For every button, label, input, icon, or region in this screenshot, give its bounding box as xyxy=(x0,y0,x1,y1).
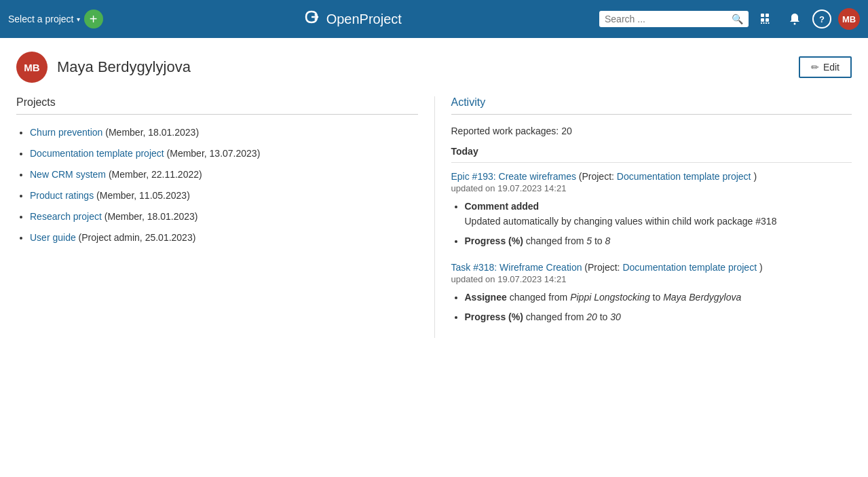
grid-menu-button[interactable] xyxy=(755,8,777,30)
to-label-3: to xyxy=(600,311,611,322)
list-item: New CRM system (Member, 22.11.2022) xyxy=(30,168,418,182)
activity-item-2: Task #318: Wireframe Creation (Project: … xyxy=(451,262,852,324)
activity-detail-text: Updated automatically by changing values… xyxy=(465,216,777,227)
to-label-2: to xyxy=(653,292,664,303)
activity-detail-label: Comment added xyxy=(465,201,540,212)
assignee-from: Pippi Longstocking xyxy=(570,292,650,303)
header-left: Select a project ▾ + xyxy=(8,9,103,28)
activity-close-paren-2: ) xyxy=(759,262,763,273)
project-link-crm[interactable]: New CRM system xyxy=(30,169,106,180)
list-item: Churn prevention (Member, 18.01.2023) xyxy=(30,126,418,140)
svg-rect-4 xyxy=(761,22,762,24)
header-center: OpenProject xyxy=(109,9,595,29)
assignee-label: Assignee xyxy=(465,292,507,303)
edit-label: Edit xyxy=(823,62,839,73)
activity-link-epic193[interactable]: Epic #193: Create wireframes xyxy=(451,171,576,182)
search-box: 🔍 xyxy=(599,11,749,27)
project-link-ratings[interactable]: Product ratings xyxy=(30,190,94,201)
add-project-button[interactable]: + xyxy=(84,9,103,28)
progress-label: Progress (%) xyxy=(465,235,523,246)
project-link-userguide[interactable]: User guide xyxy=(30,232,76,243)
today-label: Today xyxy=(451,146,852,157)
svg-rect-5 xyxy=(763,22,765,24)
project-meta: (Member, 22.11.2022) xyxy=(109,169,202,180)
select-project-label: Select a project xyxy=(8,14,74,24)
project-meta: (Member, 13.07.2023) xyxy=(167,148,261,159)
today-divider xyxy=(451,162,852,163)
assignee-to: Maya Berdygylova xyxy=(663,292,741,303)
logo-link[interactable]: OpenProject xyxy=(301,9,402,29)
project-link-research[interactable]: Research project xyxy=(30,211,102,222)
activity-detail-list-2: Assignee changed from Pippi Longstocking… xyxy=(451,290,852,324)
project-meta: (Member, 18.01.2023) xyxy=(105,127,199,138)
main-header: Select a project ▾ + OpenProject 🔍 xyxy=(0,0,868,38)
activity-link-task318[interactable]: Task #318: Wireframe Creation xyxy=(451,262,582,273)
changed-from-label-2: changed from xyxy=(510,292,571,303)
projects-title: Projects xyxy=(16,96,418,109)
pencil-icon: ✏ xyxy=(811,62,819,73)
activity-updated-2: updated on 19.07.2023 14:21 xyxy=(451,274,852,284)
progress-from-2: 20 xyxy=(586,311,597,322)
edit-button[interactable]: ✏ Edit xyxy=(799,56,852,78)
select-project-button[interactable]: Select a project ▾ xyxy=(8,14,80,24)
logo-text: OpenProject xyxy=(326,12,402,27)
reported-packages: Reported work packages: 20 xyxy=(451,126,852,136)
chevron-down-icon: ▾ xyxy=(77,16,80,23)
project-link-churn[interactable]: Churn prevention xyxy=(30,127,102,138)
activity-detail-list-1: Comment added Updated automatically by c… xyxy=(451,199,852,248)
project-link-doc[interactable]: Documentation template project xyxy=(30,148,164,159)
svg-rect-6 xyxy=(766,22,767,24)
reported-label: Reported work packages: xyxy=(451,126,559,136)
to-label: to xyxy=(595,235,605,246)
project-meta: (Member, 18.01.2023) xyxy=(105,211,198,222)
activity-project-label: (Project: xyxy=(579,171,617,182)
search-input[interactable] xyxy=(605,14,732,24)
project-meta: (Project admin, 25.01.2023) xyxy=(79,232,196,243)
progress-to-2: 30 xyxy=(610,311,621,322)
progress-label-2: Progress (%) xyxy=(465,311,523,322)
activity-divider xyxy=(451,114,852,115)
activity-updated-1: updated on 19.07.2023 14:21 xyxy=(451,183,852,193)
profile-row: MB Maya Berdygylyjova ✏ Edit xyxy=(16,52,852,83)
svg-rect-0 xyxy=(761,14,764,17)
activity-project-link-doc1[interactable]: Documentation template project xyxy=(617,171,751,182)
list-item: User guide (Project admin, 25.01.2023) xyxy=(30,231,418,245)
page-title: Maya Berdygylyjova xyxy=(57,58,191,76)
activity-detail-item: Progress (%) changed from 5 to 8 xyxy=(465,233,852,248)
projects-section: Projects Churn prevention (Member, 18.01… xyxy=(16,96,434,338)
activity-detail-item: Comment added Updated automatically by c… xyxy=(465,199,852,229)
logo-icon xyxy=(301,9,321,29)
activity-section: Activity Reported work packages: 20 Toda… xyxy=(434,96,852,338)
profile-left: MB Maya Berdygylyjova xyxy=(16,52,191,83)
changed-from-label-3: changed from xyxy=(526,311,587,322)
list-item: Research project (Member, 18.01.2023) xyxy=(30,210,418,224)
progress-from: 5 xyxy=(586,235,592,246)
projects-list: Churn prevention (Member, 18.01.2023) Do… xyxy=(16,126,418,245)
page-content: MB Maya Berdygylyjova ✏ Edit Projects Ch… xyxy=(0,38,868,351)
list-item: Documentation template project (Member, … xyxy=(30,147,418,161)
two-column-layout: Projects Churn prevention (Member, 18.01… xyxy=(16,96,852,338)
svg-rect-2 xyxy=(761,18,764,22)
progress-to: 8 xyxy=(605,235,611,246)
activity-project-label-2: (Project: xyxy=(584,262,622,273)
svg-rect-1 xyxy=(766,14,769,17)
activity-project-link-doc2[interactable]: Documentation template project xyxy=(622,262,757,273)
activity-detail-item: Assignee changed from Pippi Longstocking… xyxy=(465,290,852,305)
svg-rect-7 xyxy=(768,22,770,24)
project-meta: (Member, 11.05.2023) xyxy=(96,190,190,201)
activity-detail-item: Progress (%) changed from 20 to 30 xyxy=(465,309,852,324)
changed-from-label: changed from xyxy=(526,235,587,246)
svg-rect-3 xyxy=(766,18,769,22)
avatar: MB xyxy=(16,52,48,83)
activity-close-paren: ) xyxy=(753,171,757,182)
projects-divider xyxy=(16,114,418,115)
activity-title: Activity xyxy=(451,96,852,109)
activity-item-header: Epic #193: Create wireframes (Project: D… xyxy=(451,171,852,182)
help-button[interactable]: ? xyxy=(812,9,831,28)
search-icon: 🔍 xyxy=(732,14,743,24)
notifications-button[interactable] xyxy=(784,8,806,30)
user-avatar-header[interactable]: MB xyxy=(838,8,860,30)
list-item: Product ratings (Member, 11.05.2023) xyxy=(30,189,418,203)
activity-item-1: Epic #193: Create wireframes (Project: D… xyxy=(451,171,852,248)
header-right: 🔍 ? MB xyxy=(599,8,860,30)
